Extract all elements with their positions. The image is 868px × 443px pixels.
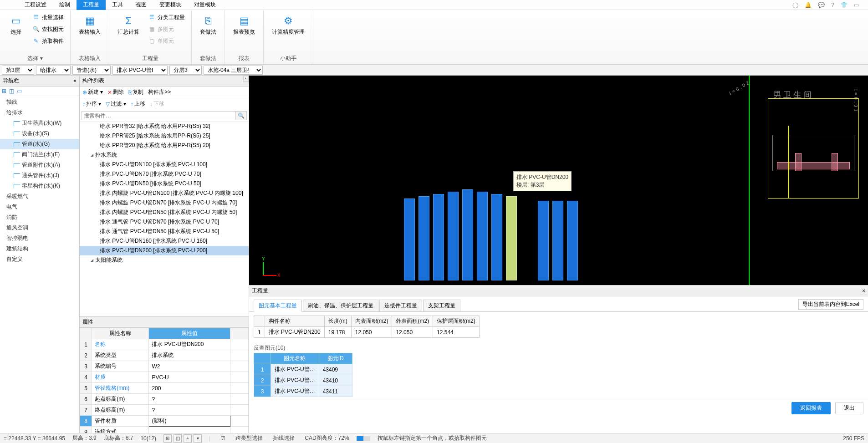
floor-select[interactable]: 第3层 [2, 66, 34, 75]
component-item[interactable]: 给水 PPR管25 [给水系统 给水用PP-R(S5) 25] [80, 131, 249, 141]
cross-select-toggle[interactable]: ☑ [218, 435, 228, 442]
prop-value[interactable]: (塑料) [149, 416, 230, 427]
user-icon[interactable]: ◯ [792, 2, 798, 8]
component-tree[interactable]: 给水 PPR管32 [给水系统 给水用PP-R(S5) 32]给水 PPR管25… [80, 122, 249, 316]
copy-button[interactable]: ⎘复制 [128, 88, 143, 96]
menu-item[interactable]: 对量模块 [188, 0, 222, 10]
report-preview-button[interactable]: ▤ 报表预览 [230, 12, 259, 39]
pipe-element[interactable] [538, 201, 549, 280]
close-icon[interactable]: × [73, 78, 77, 84]
property-row[interactable]: 3 系统编号 W2 [80, 361, 249, 372]
exit-button[interactable]: 退出 [835, 402, 863, 414]
shirt-icon[interactable]: 👕 [841, 2, 848, 8]
property-row[interactable]: 4 材质 PVC-U [80, 372, 249, 383]
pipe-element[interactable] [462, 189, 473, 280]
nav-category[interactable]: 轴线 [0, 97, 79, 107]
book-icon[interactable]: ▭ [17, 88, 22, 94]
single-element-button[interactable]: ▢单图元 [146, 36, 187, 46]
summary-calc-button[interactable]: Σ 汇总计算 [114, 12, 143, 39]
revcheck-row[interactable]: 1 排水 PVC-U管… 43409 [254, 364, 352, 375]
nav-category[interactable]: 消防 [0, 212, 79, 223]
component-group[interactable]: 太阳能系统 [80, 255, 249, 265]
prop-value[interactable]: PVC-U [149, 372, 230, 383]
qty-tab[interactable]: 刷油、保温、保护层工程量 [303, 300, 378, 311]
component-item[interactable]: 排水 内螺旋 PVC-U管DN100 [排水系统 PVC-U 内螺旋 100] [80, 188, 249, 198]
component-item[interactable]: 排水 PVC-U管DN200 [排水系统 PVC-U 200] [80, 246, 249, 255]
component-lib-button[interactable]: 构件库>> [148, 88, 171, 96]
property-row[interactable]: 2 系统类型 排水系统 [80, 350, 249, 361]
property-row[interactable]: 5 管径规格(mm) 200 [80, 383, 249, 394]
delete-button[interactable]: ✕删除 [107, 88, 124, 96]
revcheck-row[interactable]: 3 排水 PVC-U管… 43411 [254, 386, 352, 397]
qty-tab[interactable]: 图元基本工程量 [254, 300, 302, 312]
sort-button[interactable]: ↕排序 ▾ [82, 100, 101, 108]
component-item[interactable]: 排水 PVC-U管DN50 [排水系统 PVC-U 50] [80, 179, 249, 188]
pipe-element[interactable] [404, 199, 415, 280]
drawing-viewport[interactable]: 男卫生间 i=0.02 i=0.01 排水 PVC-U管DN200 楼层: 第3… [249, 76, 868, 285]
brightness-slider[interactable] [357, 436, 370, 441]
nav-item[interactable]: 阀门法兰(水)(F) [0, 149, 79, 160]
component-type-select[interactable]: 管道(水) [72, 66, 111, 75]
nav-category[interactable]: 给排水 [0, 107, 79, 118]
component-item[interactable]: 排水 通气管 PVC-U管DN50 [排水系统 PVC-U 50] [80, 227, 249, 236]
pipe-element[interactable] [433, 194, 444, 280]
prop-value[interactable]: ? [149, 394, 230, 405]
prop-value[interactable]: W2 [149, 361, 230, 372]
menu-item[interactable]: 变更模块 [153, 0, 188, 10]
nav-category[interactable]: 智控弱电 [0, 233, 79, 244]
pipe-element[interactable] [448, 192, 459, 280]
component-item[interactable]: 排水 内螺旋 PVC-U管DN70 [排水系统 PVC-U 内螺旋 70] [80, 198, 249, 208]
nav-category[interactable]: 采暖燃气 [0, 191, 79, 202]
table-input-button[interactable]: ▦ 表格输入 [75, 12, 104, 39]
export-excel-button[interactable]: 导出当前表内容到Excel [798, 299, 863, 310]
collapse-handle[interactable]: ‹ [243, 76, 249, 82]
menu-item[interactable]: 工程设置 [18, 0, 53, 10]
classify-qty-button[interactable]: ☰分类工程量 [146, 12, 187, 23]
nav-tree[interactable]: 轴线给排水卫生器具(水)(W)设备(水)(S)管道(水)(G)阀门法兰(水)(F… [0, 96, 79, 433]
method-button[interactable]: ⎘ 套做法 [196, 12, 220, 39]
snap-icon[interactable]: ▾ [194, 434, 202, 443]
snap-icon[interactable]: ◫ [174, 434, 182, 443]
pipe-element[interactable] [506, 196, 517, 280]
precision-mgmt-button[interactable]: ⚙ 计算精度管理 [268, 12, 308, 39]
qty-tab[interactable]: 连接件工程量 [379, 300, 422, 311]
nav-item[interactable]: 设备(水)(S) [0, 128, 79, 139]
component-item[interactable]: 排水 PVC-U管DN160 [排水系统 PVC-U 160] [80, 236, 249, 246]
nav-category[interactable]: 自定义 [0, 254, 79, 265]
back-report-button[interactable]: 返回报表 [791, 402, 831, 414]
revcheck-row[interactable]: 2 排水 PVC-U管… 43410 [254, 375, 352, 386]
menu-item[interactable]: 工程量 [77, 0, 106, 10]
prop-value[interactable]: 排水系统 [149, 350, 230, 361]
unknown-icon[interactable]: ⊞ [2, 88, 6, 94]
nav-category[interactable]: 通风空调 [0, 223, 79, 233]
pipe-element[interactable] [419, 196, 429, 280]
nav-category[interactable]: 电气 [0, 202, 79, 212]
sublayer-select[interactable]: 分层3 [169, 66, 202, 75]
window-icon[interactable]: ▭ [854, 2, 859, 8]
pipe-element[interactable] [552, 201, 563, 280]
component-item[interactable]: 排水 内螺旋 PVC-U管DN50 [排水系统 PVC-U 内螺旋 50] [80, 208, 249, 217]
batch-select-button[interactable]: ☰批量选择 [30, 12, 66, 23]
major-select[interactable]: 给排水 [36, 66, 71, 75]
component-group[interactable]: 排水系统 [80, 150, 249, 160]
component-item[interactable]: 排水 PVC-U管DN70 [排水系统 PVC-U 70] [80, 169, 249, 179]
speech-icon[interactable]: 💬 [818, 2, 825, 8]
component-item[interactable]: 给水 PPR管32 [给水系统 给水用PP-R(S5) 32] [80, 122, 249, 131]
qty-tab[interactable]: 支架工程量 [423, 300, 460, 311]
qty-row[interactable]: 1 排水 PVC-U管DN200 19.178 12.050 12.050 12… [254, 327, 480, 338]
ribbon-group-label[interactable]: 选择 ▾ [5, 54, 66, 62]
select-button[interactable]: ▭ 选择 [5, 12, 27, 39]
pipe-element[interactable] [491, 194, 502, 280]
nav-item[interactable]: 通头管件(水)(J) [0, 170, 79, 181]
nav-item[interactable]: 管道(水)(G) [0, 139, 79, 149]
nav-category[interactable]: 建筑结构 [0, 244, 79, 254]
bell-icon[interactable]: 🔔 [805, 2, 812, 8]
component-item[interactable]: 排水 通气管 PVC-U管DN70 [排水系统 PVC-U 70] [80, 217, 249, 227]
snap-icon[interactable]: ⊞ [163, 434, 172, 443]
pipe-element[interactable] [567, 201, 578, 280]
find-element-button[interactable]: 🔍查找图元 [30, 24, 66, 35]
polyline-select-button[interactable]: 折线选择 [270, 434, 297, 442]
prop-value[interactable] [149, 427, 230, 433]
close-icon[interactable]: × [862, 288, 865, 294]
property-row[interactable]: 8 管件材质 (塑料) [80, 416, 249, 427]
